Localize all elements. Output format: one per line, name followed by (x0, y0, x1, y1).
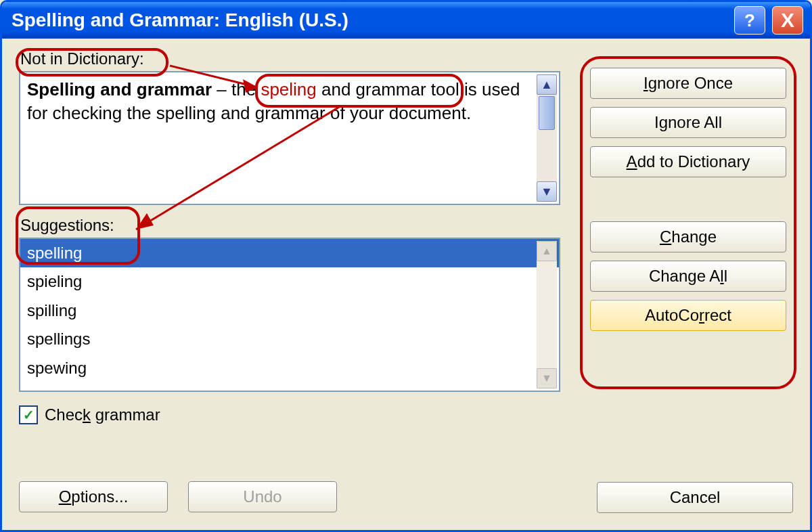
not-in-dictionary-label: Not in Dictionary: (20, 49, 560, 68)
change-all-button[interactable]: Change All (590, 261, 786, 292)
help-button[interactable]: ? (734, 6, 765, 35)
list-item[interactable]: spewing (20, 354, 559, 382)
scroll-up-icon[interactable]: ▲ (537, 241, 557, 261)
titlebar-buttons: ? X (734, 6, 803, 35)
spelling-grammar-dialog: Spelling and Grammar: English (U.S.) ? X… (0, 0, 812, 532)
change-button-group: Change Change All AutoCorrect (590, 221, 793, 331)
misspelled-word: speling (261, 79, 316, 99)
check-grammar-row: ✓ Check grammar (19, 405, 560, 424)
scroll-down-icon[interactable]: ▼ (537, 368, 557, 389)
scroll-up-icon[interactable]: ▲ (537, 74, 557, 95)
change-button[interactable]: Change (590, 221, 786, 252)
ignore-all-button[interactable]: Ignore All (590, 107, 786, 138)
not-in-dictionary-textbox[interactable]: Spelling and grammar – the speling and g… (19, 71, 560, 205)
dialog-content: Not in Dictionary: Spelling and grammar … (19, 46, 793, 513)
right-button-column: Ignore Once Ignore All Add to Dictionary… (590, 68, 793, 331)
options-button[interactable]: Options... (19, 481, 168, 512)
close-button[interactable]: X (772, 6, 803, 35)
scroll-track (537, 261, 556, 368)
check-grammar-checkbox[interactable]: ✓ (19, 405, 38, 424)
list-item[interactable]: spilling (20, 296, 559, 325)
context-prefix: Spelling and grammar (27, 79, 212, 99)
list-item[interactable]: spellings (20, 325, 559, 353)
suggestions-label: Suggestions: (20, 216, 560, 235)
list-item[interactable]: spieling (20, 267, 559, 296)
main-left: Not in Dictionary: Spelling and grammar … (19, 49, 560, 513)
title-bar[interactable]: Spelling and Grammar: English (U.S.) ? X (2, 2, 810, 39)
scroll-down-icon[interactable]: ▼ (537, 181, 557, 202)
scroll-thumb[interactable] (539, 96, 555, 130)
ignore-button-group: Ignore Once Ignore All Add to Dictionary (590, 68, 793, 177)
window-title: Spelling and Grammar: English (U.S.) (12, 9, 734, 31)
add-to-dictionary-button[interactable]: Add to Dictionary (590, 146, 786, 177)
ignore-once-button[interactable]: Ignore Once (590, 68, 786, 99)
close-icon: X (781, 9, 794, 32)
check-grammar-label: Check grammar (45, 405, 160, 424)
help-icon: ? (744, 10, 755, 31)
bottom-button-row: Options... Undo (19, 481, 560, 513)
cancel-button[interactable]: Cancel (597, 482, 793, 513)
context-before-error: the (231, 79, 261, 99)
context-scrollbar[interactable]: ▲ ▼ (537, 74, 557, 202)
undo-button[interactable]: Undo (188, 481, 337, 512)
context-dash: – (212, 79, 231, 99)
scroll-track[interactable] (537, 95, 556, 181)
suggestions-scrollbar[interactable]: ▲ ▼ (537, 241, 557, 389)
list-item[interactable]: spelling (20, 239, 559, 267)
autocorrect-button[interactable]: AutoCorrect (590, 300, 786, 331)
suggestions-listbox[interactable]: spelling spieling spilling spellings spe… (19, 238, 560, 392)
